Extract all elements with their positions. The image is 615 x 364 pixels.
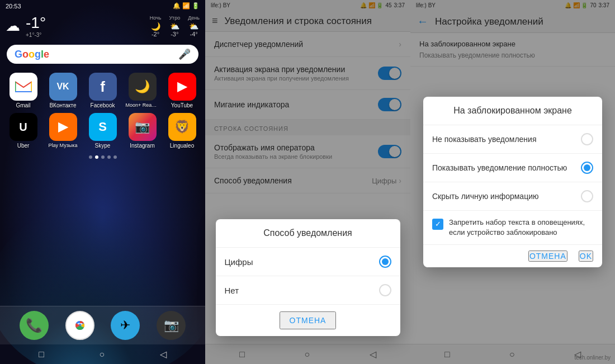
notifications-settings-screen: life:) BY 🔔 📶 🔋 45 3:37 ≡ Уведомления и …: [205, 0, 410, 364]
youtube-play-icon: ▶: [177, 79, 187, 94]
vk-text: VK: [56, 82, 69, 92]
play-music-icon: ▶: [49, 113, 77, 141]
nav-back-button[interactable]: ◁: [160, 349, 167, 360]
play-music-label: Play Музыка: [46, 143, 80, 148]
dialog3-option-hide-personal[interactable]: Скрыть личную информацию: [423, 182, 602, 210]
app-skype[interactable]: S Skype: [85, 113, 120, 149]
restrict-typing-checkbox[interactable]: ✓: [432, 219, 443, 230]
dialog3-ok-button[interactable]: OK: [579, 250, 593, 262]
navigation-bar: □ ○ ◁: [0, 344, 205, 364]
camera-icon: 📷: [157, 311, 186, 340]
dock-camera[interactable]: 📷: [157, 311, 186, 340]
dot-4: [107, 155, 111, 159]
dialog3-actions: ОТМЕНА OK: [423, 244, 602, 267]
dialog-option-none[interactable]: Нет: [216, 276, 400, 305]
app-youtube[interactable]: ▶ YouTube: [164, 73, 200, 108]
dock-chrome[interactable]: [65, 311, 94, 340]
morning-label: Утро: [169, 15, 180, 21]
phone-icon: 📞: [20, 311, 49, 340]
app-facebook[interactable]: f Facebook: [85, 73, 120, 108]
radio-show[interactable]: [581, 162, 593, 174]
dialog3-option-hide[interactable]: Не показывать уведомления: [423, 125, 602, 153]
radio-digits[interactable]: [379, 256, 391, 268]
dialog-digits-text: Цифры: [225, 257, 253, 267]
instagram-label: Instagram: [126, 143, 159, 149]
uber-text: U: [19, 121, 27, 134]
app-gmail[interactable]: Gmail: [6, 73, 41, 108]
dot-3: [101, 155, 105, 159]
skype-icon: S: [89, 113, 117, 141]
watermark: tech.onliner.by: [575, 354, 611, 361]
moon-reader-text: 🌙: [135, 79, 150, 94]
gmail-icon: [10, 73, 37, 101]
skype-text: S: [98, 120, 107, 134]
radio-inner-digits: [382, 258, 389, 265]
app-uber[interactable]: U Uber: [6, 113, 41, 149]
voice-search-icon[interactable]: 🎤: [178, 48, 191, 60]
google-search-bar[interactable]: Google 🎤: [7, 45, 198, 64]
vk-label: ВКонтакте: [46, 102, 80, 108]
locked-screen-dialog-overlay: На заблокированном экране Не показывать …: [410, 0, 615, 364]
telegram-icon: ✈: [111, 311, 140, 340]
dialog3-cancel-button[interactable]: ОТМЕНА: [528, 250, 567, 262]
morning-icon: ⛅: [170, 22, 179, 31]
dialog3-title: На заблокированном экране: [423, 97, 602, 125]
facebook-icon: f: [89, 73, 117, 101]
weather-main: -1° +1°-3°: [26, 14, 46, 38]
locked-screen-dialog: На заблокированном экране Не показывать …: [423, 97, 602, 267]
night-temp: -2°: [152, 31, 159, 37]
radio-hide[interactable]: [581, 133, 593, 145]
play-music-text: ▶: [58, 120, 68, 134]
dialog3-option-show[interactable]: Показывать уведомление полностью: [423, 153, 602, 182]
app-vk[interactable]: VK ВКонтакте: [45, 73, 81, 108]
phone-symbol: 📞: [26, 318, 42, 333]
dialog-cancel-button[interactable]: ОТМЕНА: [280, 311, 337, 329]
dialog3-hide-personal-text: Скрыть личную информацию: [432, 192, 538, 201]
dialog3-show-text: Показывать уведомление полностью: [432, 163, 567, 172]
youtube-icon: ▶: [168, 73, 196, 101]
uber-label: Uber: [7, 143, 40, 149]
youtube-label: YouTube: [165, 102, 199, 108]
dialog-actions: ОТМЕНА: [216, 305, 400, 336]
app-instagram[interactable]: 📷 Instagram: [125, 113, 160, 149]
weather-cloud-icon: ☁: [6, 17, 20, 35]
instagram-camera-icon: 📷: [135, 120, 150, 134]
nav-home-button[interactable]: ○: [99, 349, 105, 360]
telegram-symbol: ✈: [120, 318, 130, 333]
facebook-label: Facebook: [86, 102, 120, 108]
dot-2: [95, 155, 98, 159]
dock-telegram[interactable]: ✈: [111, 311, 140, 340]
status-icons: 🔔 📶 🔋: [173, 2, 200, 10]
moon-reader-icon: 🌙: [129, 73, 157, 101]
morning-temp: -3°: [171, 31, 178, 37]
dialog-title: Способ уведомления: [216, 219, 400, 248]
app-lingualeo[interactable]: 🦁 Lingualeo: [164, 113, 200, 149]
notification-method-dialog: Способ уведомления Цифры Нет ОТМЕНА: [216, 219, 400, 336]
weather-range: +1°-3°: [26, 32, 46, 38]
radio-none[interactable]: [379, 284, 391, 296]
app-grid-row1: Gmail VK ВКонтакте f Facebook 🌙 Moon+ Re…: [0, 68, 205, 153]
uber-icon: U: [10, 113, 37, 141]
weather-widget: ☁ -1° +1°-3° Ночь 🌙 -2° Утро ⛅ -3° День: [6, 14, 200, 38]
facebook-text: f: [100, 78, 105, 96]
app-moon-reader[interactable]: 🌙 Moon+ Reader Pro: [125, 73, 160, 108]
lingualeo-label: Lingualeo: [165, 143, 199, 149]
radio-hide-personal[interactable]: [581, 190, 593, 202]
radio-inner-show: [584, 164, 590, 171]
restrict-typing-label: Запретить набор текста в оповещениях, ес…: [449, 218, 593, 238]
google-logo: Google: [15, 49, 49, 60]
skype-label: Skype: [86, 143, 120, 149]
instagram-icon: 📷: [129, 113, 157, 141]
nav-square-button[interactable]: □: [39, 349, 44, 360]
home-screen: 20:53 🔔 📶 🔋 ☁ -1° +1°-3° Ночь 🌙 -2° Утро…: [0, 0, 205, 364]
day-icon: ⛅: [189, 22, 198, 31]
dialog-option-digits[interactable]: Цифры: [216, 248, 400, 276]
gmail-label: Gmail: [7, 102, 40, 108]
app-dock: 📞 ✈ 📷: [0, 306, 205, 344]
weather-temp: -1°: [26, 14, 46, 32]
day-temp: -4°: [190, 31, 198, 37]
dock-phone[interactable]: 📞: [20, 311, 49, 340]
app-play-music[interactable]: ▶ Play Музыка: [45, 113, 81, 149]
dialog3-checkbox-row[interactable]: ✓ Запретить набор текста в оповещениях, …: [423, 210, 602, 244]
day-label: День: [188, 15, 200, 21]
